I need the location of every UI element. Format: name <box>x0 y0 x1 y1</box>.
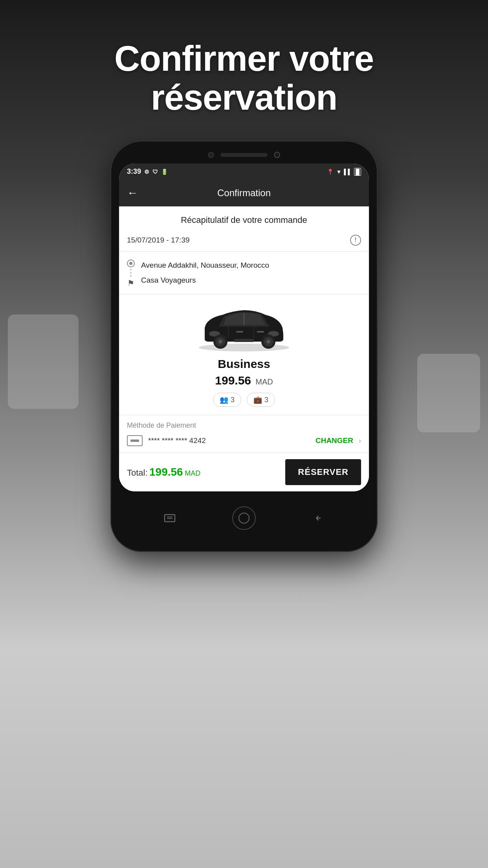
car-price-amount: 199.56 <box>215 374 251 387</box>
change-payment-button[interactable]: CHANGER <box>316 436 353 445</box>
pickup-dot <box>127 259 135 267</box>
header-title: Confirmation <box>144 188 344 199</box>
luggage-icon: 💼 <box>253 395 262 404</box>
recents-nav-button[interactable] <box>162 512 178 524</box>
route-dot-3 <box>130 275 132 277</box>
card-icon <box>127 435 143 446</box>
car-svg <box>193 302 295 353</box>
card-number: **** **** **** 4242 <box>148 436 310 445</box>
total-currency: MAD <box>185 469 200 477</box>
wifi-icon: ▼ <box>336 169 341 175</box>
back-nav-button[interactable] <box>310 512 326 524</box>
svg-rect-14 <box>167 517 172 517</box>
date-row: 15/07/2019 - 17:39 ! <box>119 229 369 252</box>
route-section: ⚑ Avenue Addakhil, Nouasseur, Morocco Ca… <box>119 252 369 294</box>
status-bar: 3:39 ⚙ 🛡 🔋 📍 ▼ ▌▌ █ <box>119 164 369 180</box>
phone-speaker <box>220 153 268 157</box>
chevron-right-icon: › <box>359 437 361 445</box>
destination-address: Casa Voyageurs <box>141 276 269 285</box>
home-nav-button[interactable] <box>232 506 256 530</box>
car-image <box>193 302 295 353</box>
phone-bottom-nav <box>119 498 369 536</box>
luggage-count: 3 <box>264 396 268 404</box>
reserve-button[interactable]: RÉSERVER <box>285 459 361 485</box>
payment-title: Méthode de Paiement <box>127 421 361 430</box>
route-icons: ⚑ <box>127 258 135 288</box>
svg-rect-2 <box>234 339 254 342</box>
location-icon: 📍 <box>327 169 334 175</box>
svg-rect-12 <box>257 331 264 333</box>
svg-rect-15 <box>167 518 172 519</box>
route-dots <box>130 269 132 277</box>
svg-point-0 <box>199 344 289 351</box>
settings-icon: ⚙ <box>144 169 149 175</box>
car-section: Business 199.56 MAD 👥 3 💼 3 <box>119 294 369 415</box>
svg-rect-11 <box>236 331 243 333</box>
content-area: Récapitulatif de votre commande 15/07/20… <box>119 206 369 491</box>
status-time: 3:39 <box>127 167 141 176</box>
route-dot-1 <box>130 269 132 270</box>
total-amount: 199.56 <box>149 466 183 478</box>
bg-card-right <box>417 354 480 432</box>
booking-date: 15/07/2019 - 17:39 <box>127 236 190 245</box>
signal-icon: ▌▌ <box>344 169 352 175</box>
passengers-icon: 👥 <box>220 395 228 404</box>
phone-top-bar <box>119 152 369 158</box>
back-button[interactable]: ← <box>127 187 138 199</box>
car-price: 199.56 MAD <box>215 374 273 387</box>
svg-point-7 <box>218 340 222 344</box>
security-icon: 🛡 <box>152 169 158 175</box>
battery-icon: 🔋 <box>161 169 168 175</box>
page-title: Confirmer votre réservation <box>67 39 421 117</box>
bg-card-left <box>8 314 79 409</box>
passengers-count: 3 <box>231 396 235 404</box>
car-badges: 👥 3 💼 3 <box>213 393 275 407</box>
recents-icon <box>164 514 176 522</box>
status-left: 3:39 ⚙ 🛡 🔋 <box>127 167 168 176</box>
luggage-badge: 💼 3 <box>247 393 275 407</box>
status-right: 📍 ▼ ▌▌ █ <box>327 168 361 176</box>
car-price-currency: MAD <box>255 377 273 386</box>
front-camera-2 <box>274 152 280 158</box>
front-camera <box>208 152 214 158</box>
svg-point-16 <box>239 513 249 523</box>
svg-point-10 <box>266 340 270 344</box>
car-name: Business <box>218 357 270 371</box>
destination-flag-icon: ⚑ <box>127 278 134 288</box>
info-icon[interactable]: ! <box>350 235 361 246</box>
route-dot-2 <box>130 272 132 274</box>
phone-screen: 3:39 ⚙ 🛡 🔋 📍 ▼ ▌▌ █ ← Confirmation Récap… <box>119 164 369 491</box>
pickup-address: Avenue Addakhil, Nouasseur, Morocco <box>141 261 269 270</box>
back-nav-icon <box>312 514 324 522</box>
total-label: Total: <box>127 468 148 478</box>
total-section: Total: 199.56 MAD <box>127 466 285 478</box>
payment-section: Méthode de Paiement **** **** **** 4242 … <box>119 415 369 453</box>
payment-row: **** **** **** 4242 CHANGER › <box>127 435 361 446</box>
order-section-title: Récapitulatif de votre commande <box>119 206 369 229</box>
home-icon <box>238 512 250 524</box>
route-labels: Avenue Addakhil, Nouasseur, Morocco Casa… <box>141 258 269 288</box>
battery-full-icon: █ <box>354 168 361 176</box>
phone-device: 3:39 ⚙ 🛡 🔋 📍 ▼ ▌▌ █ ← Confirmation Récap… <box>110 141 378 552</box>
app-header: ← Confirmation <box>119 180 369 206</box>
passengers-badge: 👥 3 <box>213 393 241 407</box>
footer-bar: Total: 199.56 MAD RÉSERVER <box>119 453 369 491</box>
